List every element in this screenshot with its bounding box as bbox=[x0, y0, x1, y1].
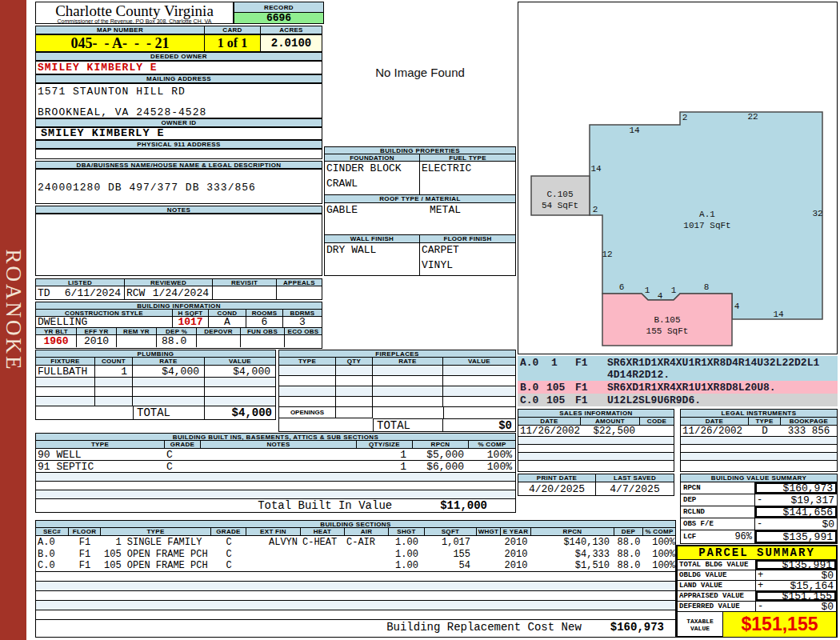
sketch-dim: 6 bbox=[619, 282, 625, 292]
parcel-label: LAND VALUE bbox=[678, 581, 756, 590]
parcel-value: $15,164 bbox=[790, 581, 836, 590]
fireplaces-qty-label: QTY bbox=[336, 358, 373, 365]
sketch-dim: 32 bbox=[812, 209, 822, 218]
dep-label: DEP % bbox=[157, 328, 197, 334]
section-comp: 100% bbox=[643, 536, 675, 548]
section-sqft: 1,017 bbox=[425, 536, 477, 548]
vs-value-wrap: - $0 bbox=[755, 518, 837, 530]
deeded-owner-box: SMILEY KIMBERLY E bbox=[35, 61, 322, 74]
ecoobs-label: ECO OBS bbox=[285, 328, 322, 334]
mailing-address-label: MAILING ADDRESS bbox=[35, 74, 322, 83]
sketch-region-b-name: B.105 bbox=[654, 315, 680, 325]
record-value: 6696 bbox=[234, 13, 323, 23]
bdrms-label: BDRMS bbox=[283, 310, 322, 316]
plumbing-row: FULLBATH 1 $4,000 $4,000 bbox=[36, 366, 275, 378]
parcel-value-wrap: + $15,164 bbox=[756, 581, 836, 590]
building-sections-title: BUILDING SECTIONS bbox=[36, 521, 675, 528]
builtins-qty-label: QTY/SIZE bbox=[357, 441, 413, 448]
builtins-notes bbox=[201, 449, 357, 460]
record-box: RECORD 6696 bbox=[234, 2, 324, 24]
sales-amount: $22,500 bbox=[581, 426, 640, 436]
reviewed-by: RCW bbox=[126, 287, 145, 299]
builtins-rpcn: $5,000 bbox=[413, 449, 469, 460]
wall-finish-value: DRY WALL bbox=[325, 243, 420, 275]
hsqft-label: H SQFT bbox=[173, 310, 209, 316]
taxable-row: TAXABLE VALUE $151,155 bbox=[678, 612, 836, 637]
parcel-summary-title: PARCEL SUMMARY bbox=[678, 546, 836, 560]
vs-value: $160,973 bbox=[783, 482, 835, 494]
vector-floor: F1 bbox=[575, 357, 607, 369]
sketch-region-b-sqft: 155 SqFt bbox=[646, 326, 689, 336]
county-subtitle: Commissioner of the Revenue, PO Box 308,… bbox=[36, 18, 233, 24]
parcel-sign: + bbox=[756, 581, 763, 590]
parcel-label: APPRAISED VALUE bbox=[678, 591, 756, 601]
section-dep: 88.0 bbox=[614, 536, 643, 548]
builtins-type-label: TYPE bbox=[36, 441, 165, 448]
sketch-region-a-name: A.1 bbox=[699, 210, 715, 219]
section-sec: C.0 bbox=[36, 560, 69, 571]
parcel-sign: + bbox=[756, 570, 763, 580]
sketch-dim: 14 bbox=[629, 126, 639, 135]
builtins-qty: 1 bbox=[357, 449, 413, 460]
parcel-value: $151,155 bbox=[782, 591, 834, 601]
revisit-value bbox=[213, 286, 277, 299]
reviewed-value: RCW1/24/2024 bbox=[125, 286, 213, 299]
map-header-row: MAP NUMBER CARD ACRES bbox=[35, 26, 322, 34]
section-comp: 100% bbox=[643, 548, 675, 560]
county-title: Charlotte County Virginia bbox=[36, 3, 233, 18]
value-summary-row: DEP - $19,317 bbox=[681, 494, 837, 506]
section-sqft: 54 bbox=[425, 560, 477, 571]
property-record-card: ROANOKE Charlotte County Virginia Commis… bbox=[0, 0, 840, 640]
dba-box: 240001280 DB 497/377 DB 333/856 bbox=[35, 169, 322, 204]
air-label: AIR bbox=[345, 528, 389, 535]
replacement-cost-value: $160,973 bbox=[610, 621, 664, 634]
listed-date: 6/11/2024 bbox=[65, 287, 121, 299]
sketch-dim: 4 bbox=[658, 291, 663, 301]
section-air: C-AIR bbox=[345, 536, 389, 548]
vector-line1: U12L2SL9U6R9D6. bbox=[607, 394, 838, 406]
sketch-dim: 22 bbox=[747, 112, 758, 122]
deeded-owner-value: SMILEY KIMBERLY E bbox=[36, 62, 322, 74]
section-row: A.0 F1 1 SINGLE FAMILY C ALVYN C-HEAT C-… bbox=[36, 536, 675, 548]
plumbing-total-label: TOTAL bbox=[133, 406, 205, 419]
value-summary-row: RCLND $141,656 bbox=[681, 506, 837, 518]
section-type: 105 OPEN FRAME PCH bbox=[101, 560, 211, 571]
extfin-label: EXT FIN bbox=[246, 528, 301, 535]
builtins-qty: 1 bbox=[357, 461, 413, 472]
map-value-row: 045- - A- - - 21 1 of 1 2.0100 bbox=[35, 34, 322, 52]
section-eyear: 2010 bbox=[501, 560, 531, 571]
builtins-grade: C bbox=[165, 449, 201, 460]
fireplaces-rate-label: RATE bbox=[373, 358, 443, 365]
builtins-type: 91 SEPTIC bbox=[36, 461, 165, 472]
remyr-label: REM YR bbox=[117, 328, 157, 334]
plumbing-title: PLUMBING bbox=[36, 350, 275, 358]
notes-label: NOTES bbox=[35, 206, 322, 214]
section-rpcn: $4,333 bbox=[531, 548, 614, 560]
legal-date-label: DATE bbox=[681, 418, 749, 425]
vector-line1: SR6XD1R1XR4XR1U1XR8D8L20U8. bbox=[607, 382, 838, 394]
listed-by: TD bbox=[38, 287, 50, 299]
building-info-title: BUILDING INFORMATION bbox=[36, 302, 322, 310]
section-eyear: 2010 bbox=[501, 548, 531, 560]
section-shgt: 1.00 bbox=[389, 560, 425, 571]
builtins-comp: 100% bbox=[469, 461, 515, 472]
fireplaces-openings-value bbox=[336, 407, 373, 418]
parcel-sign: - bbox=[756, 602, 763, 611]
sales-amount-label: AMOUNT bbox=[581, 418, 640, 425]
comp-label: % COMP bbox=[643, 528, 675, 535]
plumbing-rate: $4,000 bbox=[133, 366, 205, 377]
vector-mult: 105 bbox=[545, 382, 575, 394]
builtins-grade-label: GRADE bbox=[165, 441, 201, 448]
card-value: 1 of 1 bbox=[205, 35, 261, 51]
section-grade: C bbox=[211, 560, 246, 571]
last-saved-label: LAST SAVED bbox=[596, 474, 674, 482]
vector-floor: F1 bbox=[575, 394, 607, 406]
sketch-dim: 8 bbox=[704, 282, 710, 292]
floor-label: FLOOR bbox=[69, 528, 101, 535]
parcel-value-wrap: - $0 bbox=[756, 602, 836, 611]
sketch-region-c-name: C.105 bbox=[546, 190, 573, 199]
section-sec: B.0 bbox=[36, 548, 69, 560]
builtins-grade: C bbox=[165, 461, 201, 472]
vs-value-wrap: - $19,317 bbox=[755, 494, 837, 506]
fireplaces-type-label: TYPE bbox=[279, 358, 336, 365]
